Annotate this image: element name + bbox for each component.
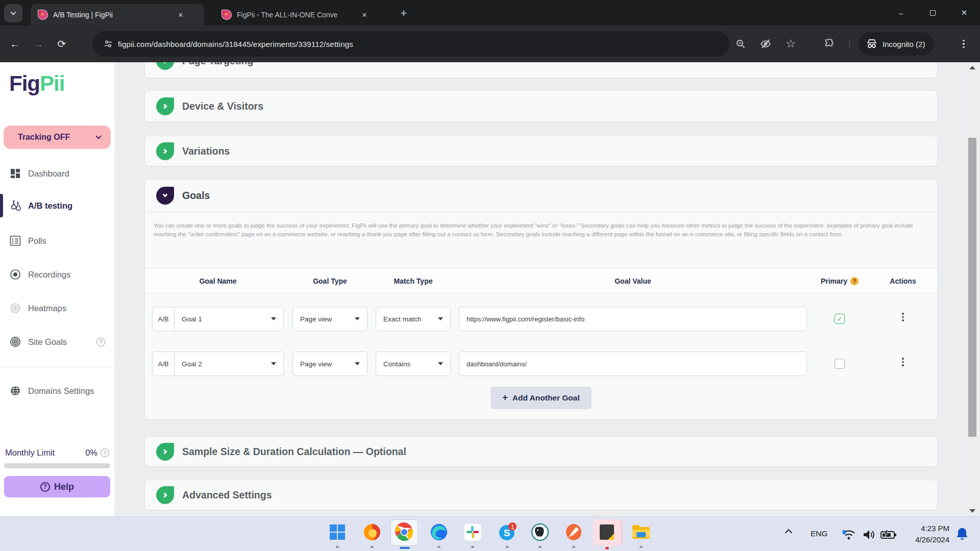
forward-button[interactable]: → [30,35,47,53]
monthly-limit: Monthly Limit 0% ? [5,448,109,458]
goals-table-header: Goal Name Goal Type Match Type Goal Valu… [145,268,937,293]
match-type-select[interactable]: Contains [376,352,451,376]
goal-type-select[interactable]: Page view [292,307,368,331]
tab-search-button[interactable] [4,4,22,22]
tab-close-icon[interactable]: ✕ [176,10,186,20]
sidebar-item-recordings[interactable]: Recordings [0,263,114,286]
tab-figpii-home[interactable]: FigPii - The ALL-IN-ONE Conve ✕ [214,4,383,26]
browser-menu-button[interactable] [955,35,972,53]
sidebar-item-ab-testing[interactable]: A/B testing [0,194,114,217]
volume-icon[interactable] [859,524,880,545]
skype-badge: 1 [511,523,514,531]
edge-icon[interactable] [428,521,450,543]
tray-overflow-chevron[interactable] [785,529,792,536]
page-scrollbar[interactable] [968,62,977,516]
goal-type-select[interactable]: Page view [292,352,368,376]
clock[interactable]: 4:23 PM 4/26/2024 [898,523,949,545]
settings-content: Page Targeting Device & Visitors Variati… [114,62,968,516]
monthly-limit-value: 0% [85,448,97,458]
primary-help-icon[interactable]: ? [850,277,859,285]
tab-ab-testing[interactable]: A/B Testing | FigPii ✕ [31,4,204,26]
site-goals-help-icon[interactable]: ? [96,338,105,346]
eye-off-icon[interactable] [757,35,774,53]
primary-checkbox-wrap [826,359,853,369]
svg-text:S: S [504,528,510,538]
start-button[interactable] [327,521,348,543]
goal-value-input[interactable]: dashboard/domains/ [459,352,807,376]
sidebar-item-domains-settings[interactable]: Domains Settings [0,380,114,402]
column-header-goal-value: Goal Value [459,269,807,293]
add-another-goal-button[interactable]: + Add Another Goal [491,387,592,409]
globe-icon [9,385,21,397]
minimize-button[interactable]: – [885,0,917,26]
slack-icon[interactable] [462,521,483,543]
postman-icon[interactable] [563,521,584,543]
firefox-icon[interactable] [361,521,383,543]
goals-header[interactable]: Goals [145,180,937,212]
page-viewport: FigPii Tracking OFF Dashboard A/B testin… [0,62,980,516]
new-tab-button[interactable]: + [397,7,410,20]
chevron-right-icon [156,443,174,461]
notification-bell-icon[interactable] [955,527,969,543]
section-sample-size[interactable]: Sample Size & Duration Calculation — Opt… [144,436,938,467]
file-explorer-icon[interactable] [630,521,652,543]
url-text[interactable]: figpii.com/dashboard/domains/318445/expe… [118,40,353,48]
help-button[interactable]: ? Help [4,476,110,497]
scroll-down-arrow[interactable] [969,509,975,513]
figpii-logo[interactable]: FigPii [9,71,64,96]
bookmark-star-icon[interactable]: ☆ [782,35,799,53]
close-button[interactable]: ✕ [948,0,980,26]
caret-down-icon [271,362,276,365]
sidebar-item-heatmaps[interactable]: Heatmaps [0,297,114,319]
scrollbar-thumb[interactable] [968,138,976,437]
tracking-toggle[interactable]: Tracking OFF [4,126,111,149]
maximize-button[interactable] [917,0,948,26]
monthly-limit-help-icon[interactable]: ? [101,448,109,457]
sidebar-item-label: Site Goals [28,337,96,347]
section-page-targeting[interactable]: Page Targeting [144,62,938,78]
wifi-icon[interactable] [838,524,860,545]
goals-description: You can create one or more goals to judg… [154,221,927,238]
match-type-select[interactable]: Exact match [376,307,451,331]
section-variations[interactable]: Variations [144,136,938,166]
column-header-match-type: Match Type [376,269,451,293]
browser-toolbar: ← → ⟳ figpii.com/dashboard/domains/31844… [0,26,980,62]
sidebar-item-dashboard[interactable]: Dashboard [0,162,114,185]
address-bar[interactable]: figpii.com/dashboard/domains/318445/expe… [92,31,729,57]
site-goals-icon [9,336,21,348]
search-icon[interactable] [732,35,749,53]
chevron-right-icon [156,486,174,504]
primary-checkbox-unchecked[interactable] [835,359,845,369]
row-actions-menu[interactable] [889,358,917,366]
battery-icon[interactable] [878,524,899,545]
incognito-badge[interactable]: Incognito (2) [859,32,934,56]
column-header-primary: Primary ? [814,269,866,293]
match-type-value: Contains [376,360,438,368]
row-actions-menu[interactable] [889,313,917,321]
notes-app-icon[interactable] [596,521,618,543]
section-advanced-settings[interactable]: Advanced Settings [144,480,938,510]
sidebar-item-polls[interactable]: Polls [0,230,114,252]
goal-name-select[interactable]: A/B Goal 1 [152,307,284,331]
goal-name-select[interactable]: A/B Goal 2 [152,352,284,376]
skype-icon[interactable]: S1 [497,521,518,543]
tab-title: FigPii - The ALL-IN-ONE Conve [237,11,355,19]
site-settings-icon[interactable] [104,39,113,48]
language-indicator[interactable]: ENG [811,529,828,538]
caret-down-icon [438,362,443,365]
primary-checkbox-checked[interactable]: ✓ [835,314,845,324]
scroll-up-arrow[interactable] [969,66,975,69]
help-label: Help [54,482,74,492]
postgresql-icon[interactable] [529,521,551,543]
goal-type-value: Page view [293,360,355,368]
tab-close-icon[interactable]: ✕ [359,10,370,20]
back-button[interactable]: ← [6,35,23,53]
sidebar-item-site-goals[interactable]: Site Goals ? [0,331,114,353]
reload-button[interactable]: ⟳ [53,35,70,53]
chrome-icon[interactable] [394,521,415,543]
goal-value-input[interactable]: https://www.figpii.com/register/basic-in… [459,307,807,331]
kebab-icon [902,358,904,366]
extensions-icon[interactable] [821,35,838,53]
section-title: Page Targeting [182,62,253,67]
section-device-visitors[interactable]: Device & Visitors [144,90,938,122]
